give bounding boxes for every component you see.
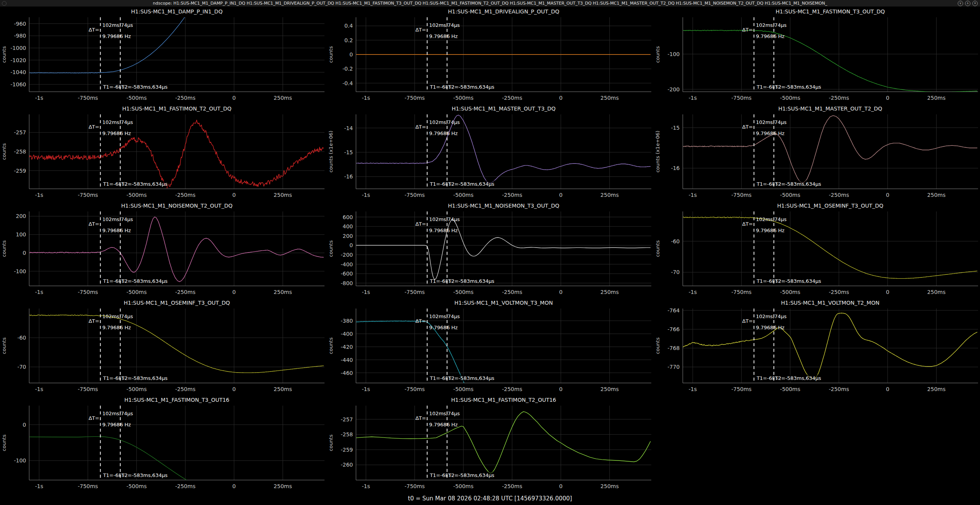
x-tick-label: 250ms [274, 192, 292, 198]
x-tick-label: -1s [689, 386, 697, 392]
x-tick-label: -250ms [502, 483, 522, 489]
window-controls: ∨ ∧ × [958, 1, 978, 6]
plot-canvas[interactable]: 2001000-100-1s-750ms-500ms-250ms0250msco… [0, 209, 327, 298]
signal-trace [30, 120, 324, 188]
plot-canvas[interactable]: -257-258-259-260-1s-750ms-500ms-250ms025… [327, 403, 654, 492]
x-tick-label: -500ms [126, 386, 147, 392]
y-tick-label: -100 [14, 457, 26, 464]
y-tick-label: -60 [671, 238, 680, 244]
y-axis-label: counts [1, 143, 7, 160]
x-tick-label: -500ms [126, 95, 147, 101]
plot-canvas[interactable]: -257-258-259-1s-750ms-500ms-250ms0250msc… [0, 112, 327, 201]
x-tick-label: 250ms [927, 192, 946, 198]
plot-panel: H1:SUS-MC1_M1_VOLTMON_T3_MON -380-400-42… [327, 298, 654, 395]
plot-canvas[interactable]: -60-70-1s-750ms-500ms-250ms0250mscountsΔ… [654, 209, 980, 298]
delta-t-prefix: ΔT= [416, 27, 426, 33]
delta-t-freq: 9.79686 Hz [102, 130, 131, 136]
x-tick-label: -250ms [502, 289, 522, 295]
delta-t-value: 102ms,74μs [756, 22, 786, 28]
y-tick-label: -260 [341, 462, 353, 468]
x-tick-label: 250ms [601, 289, 619, 295]
delta-t-freq: 9.79686 Hz [102, 228, 131, 233]
y-tick-label: -259 [14, 168, 26, 174]
delta-t-prefix: ΔT= [89, 318, 99, 324]
delta-t-freq: 9.79686 Hz [756, 228, 785, 233]
y-tick-label: -400 [341, 261, 353, 267]
x-tick-label: -250ms [175, 386, 195, 392]
x-tick-label: -250ms [502, 95, 522, 101]
x-tick-label: -1s [689, 192, 697, 198]
x-tick-label: -250ms [175, 95, 195, 101]
plot-panel: H1:SUS-MC1_M1_NOISEMON_T3_OUT_DQ 6004002… [327, 201, 654, 298]
x-tick-label: -500ms [453, 483, 473, 489]
t0-label: t0 = Sun Mar 08 2026 02:48:28 UTC [14569… [408, 495, 572, 502]
x-tick-label: -500ms [780, 192, 800, 198]
close-icon[interactable]: × [972, 1, 978, 6]
y-tick-label: -16 [671, 165, 680, 171]
t2-label: T2=-583ms,634μs [121, 278, 167, 284]
delta-t-value: 102ms,74μs [102, 216, 133, 222]
y-tick-label: -100 [667, 51, 680, 57]
x-tick-label: -1s [362, 483, 370, 489]
delta-t-value: 102ms,74μs [429, 314, 460, 319]
plot-canvas[interactable]: -764-766-768-770-1s-750ms-500ms-250ms025… [654, 306, 980, 395]
y-tick-label: -1000 [10, 45, 26, 51]
delta-t-freq: 9.79686 Hz [102, 33, 131, 39]
titlebar[interactable]: ndscope: H1:SUS-MC1_M1_DAMP_P_IN1_DQ H1:… [0, 0, 980, 7]
plot-canvas[interactable]: -60-70-1s-750ms-500ms-250ms0250mscountsΔ… [0, 306, 327, 395]
plot-canvas[interactable]: -14-15-16-1s-750ms-500ms-250ms0250mscoun… [327, 112, 654, 201]
plot-title: H1:SUS-MC1_M1_OSEMINF_T3_OUT_DQ [29, 300, 324, 306]
y-axis-label: counts [328, 240, 334, 257]
plot-canvas[interactable]: -15-16-1s-750ms-500ms-250ms0250mscounts … [654, 112, 980, 201]
x-tick-label: 250ms [601, 192, 619, 198]
x-tick-label: -250ms [829, 386, 849, 392]
t2-label: T2=-583ms,634μs [775, 375, 821, 381]
y-axis-label: counts [655, 240, 661, 257]
y-tick-label: -764 [667, 307, 680, 314]
y-tick-label: -766 [667, 326, 680, 332]
x-tick-label: 250ms [274, 386, 292, 392]
t2-label: T2=-583ms,634μs [121, 472, 167, 478]
x-tick-label: 250ms [601, 95, 619, 101]
delta-t-value: 102ms,74μs [756, 119, 786, 125]
x-tick-label: -250ms [502, 386, 522, 392]
plot-canvas[interactable]: 0-100-1s-750ms-500ms-250ms0250mscountsΔT… [0, 403, 327, 492]
t2-label: T2=-583ms,634μs [121, 375, 167, 381]
minimize-icon[interactable]: ∨ [958, 1, 963, 6]
t2-label: T2=-583ms,634μs [448, 278, 494, 284]
x-tick-label: -750ms [731, 289, 752, 295]
x-tick-label: -750ms [404, 483, 425, 489]
y-tick-label: -1040 [10, 69, 26, 75]
status-bar: t0 = Sun Mar 08 2026 02:48:28 UTC [14569… [0, 492, 980, 505]
x-tick-label: 250ms [927, 386, 946, 392]
plot-panel: H1:SUS-MC1_M1_NOISEMON_T2_OUT_DQ 2001000… [0, 201, 327, 298]
delta-t-prefix: ΔT= [742, 318, 753, 324]
x-tick-label: -250ms [829, 289, 849, 295]
x-tick-label: -500ms [780, 289, 800, 295]
plot-canvas[interactable]: -100-200-1s-750ms-500ms-250ms0250mscount… [654, 15, 980, 104]
y-axis-label: counts [655, 337, 661, 354]
plot-panel: H1:SUS-MC1_M1_VOLTMON_T2_MON -764-766-76… [654, 298, 980, 395]
plot-canvas[interactable]: -380-400-420-440-460-1s-750ms-500ms-250m… [327, 306, 654, 395]
y-tick-label: -960 [14, 21, 26, 27]
y-tick-label: -980 [14, 33, 26, 39]
x-tick-label: -500ms [780, 95, 800, 101]
signal-trace [683, 313, 978, 379]
y-tick-label: -15 [344, 149, 353, 155]
plot-canvas[interactable]: -960-980-1000-1020-1040-1060-1s-750ms-50… [0, 15, 327, 104]
maximize-icon[interactable]: ∧ [965, 1, 970, 6]
signal-trace [683, 217, 978, 278]
plot-canvas[interactable]: 6004002000-200-400-600-800-1s-750ms-500m… [327, 209, 654, 298]
y-tick-label: -380 [341, 318, 353, 324]
y-tick-label: 200 [16, 213, 26, 219]
plot-canvas[interactable]: 0.40.20-0.2-0.4-1s-750ms-500ms-250ms0250… [327, 15, 654, 104]
x-tick-label: 250ms [601, 483, 619, 489]
y-tick-label: 0 [349, 242, 353, 248]
delta-t-freq: 9.79686 Hz [429, 33, 458, 39]
delta-t-value: 102ms,74μs [756, 216, 786, 222]
signal-trace [356, 115, 651, 183]
plot-panel: H1:SUS-MC1_M1_DAMP_P_IN1_DQ -960-980-100… [0, 7, 327, 104]
delta-t-prefix: ΔT= [416, 124, 426, 130]
x-tick-label: 250ms [274, 95, 292, 101]
x-tick-label: -1s [35, 95, 43, 101]
